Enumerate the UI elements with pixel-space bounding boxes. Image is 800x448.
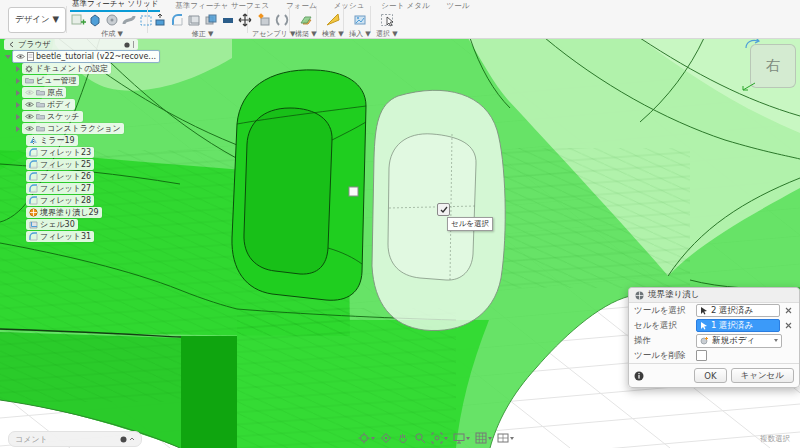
dialog-title: 境界塗り潰し [648, 289, 699, 301]
browser-item-fillet23[interactable]: フィレット23 [26, 147, 138, 158]
cell-select-chip[interactable]: 1 選択済み [696, 319, 780, 332]
viewports-button[interactable] [497, 432, 514, 444]
tab-surface[interactable]: 基準フィーチャ サーフェス [173, 0, 271, 12]
ribbon-tabs: 基準フィーチャ ソリッド 基準フィーチャ サーフェス フォーム メッシュ シート… [70, 0, 471, 12]
browser-filter-icon[interactable] [124, 42, 130, 48]
create-sketch-button[interactable] [70, 12, 86, 28]
orbit-arrow-icon [743, 37, 761, 51]
insert-group-label[interactable]: 挿入 ▼ [349, 29, 371, 39]
new-component-icon [257, 12, 273, 28]
browser-item-fillet25[interactable]: フィレット25 [26, 159, 138, 170]
revolve-button[interactable] [104, 12, 120, 28]
viewports-icon [497, 432, 509, 444]
browser-item-named-views[interactable]: ビュー管理 [16, 75, 138, 86]
browser-item-fillet27[interactable]: フィレット27 [26, 183, 138, 194]
chevron-down-icon [466, 437, 470, 440]
tab-mesh[interactable]: メッシュ [332, 0, 367, 12]
construct-group-label[interactable]: 構築 ▼ [295, 29, 317, 39]
browser-root-row[interactable]: beetle_tutorial (v22~recove... [6, 51, 138, 62]
tool-select-chip[interactable]: 2 選択済み [696, 304, 780, 317]
visibility-eye-icon[interactable] [16, 53, 25, 60]
operation-dropdown[interactable]: 新規ボディ [696, 334, 782, 348]
expand-arrow-icon[interactable] [5, 55, 11, 59]
remove-tools-row: ツールを削除 [629, 348, 799, 363]
measure-button[interactable] [325, 12, 341, 28]
folder-icon [36, 125, 45, 132]
cell-select-row: セルを選択 1 選択済み [629, 318, 799, 333]
info-icon[interactable] [634, 371, 644, 381]
extrude-button[interactable] [87, 12, 103, 28]
look-at-button[interactable] [380, 432, 392, 444]
zoom-button[interactable] [414, 432, 426, 444]
modify-group-label[interactable]: 修正 ▼ [192, 29, 214, 39]
shell-button[interactable] [186, 12, 202, 28]
browser-item-bodies[interactable]: ボディ [16, 99, 138, 110]
measure-icon [325, 12, 341, 28]
browser-item-fillet31[interactable]: フィレット31 [26, 231, 138, 242]
expand-arrow-icon[interactable] [16, 114, 20, 120]
fillet-button[interactable] [169, 12, 185, 28]
create-group-label[interactable]: 作成 ▼ [101, 29, 123, 39]
insert-canvas-button[interactable] [352, 12, 368, 28]
fit-button[interactable] [431, 432, 448, 444]
display-settings-button[interactable] [453, 432, 470, 444]
clear-tool-selection-button[interactable] [782, 305, 794, 316]
move-copy-button[interactable] [237, 12, 253, 28]
expand-arrow-icon[interactable] [16, 66, 20, 72]
construction-plane-button[interactable] [298, 12, 314, 28]
ok-button[interactable]: OK [694, 368, 726, 383]
browser-item-construction[interactable]: コンストラクション [16, 123, 138, 134]
new-component-button[interactable] [257, 12, 273, 28]
browser-item-origin[interactable]: 原点 [16, 87, 138, 98]
sweep-button[interactable] [121, 12, 137, 28]
design-workspace-button[interactable]: デザイン ▼ [8, 7, 66, 33]
browser-resize-handle[interactable] [133, 41, 134, 48]
view-cube[interactable]: 右 [750, 44, 796, 88]
offset-face-button[interactable] [220, 12, 236, 28]
browser-item-boundary-fill29[interactable]: 境界塗り潰し29 [26, 207, 138, 218]
tab-sheetmetal[interactable]: シート メタル [379, 0, 431, 12]
visibility-eye-icon[interactable] [25, 125, 34, 132]
chevron-up-icon[interactable] [129, 436, 135, 442]
wheel-well-solid [232, 70, 366, 300]
browser-item-document-settings[interactable]: ドキュメントの設定 [16, 63, 138, 74]
visibility-eye-icon[interactable] [25, 89, 34, 96]
remove-tools-label: ツールを削除 [634, 350, 696, 362]
operation-row: 操作 新規ボディ [629, 333, 799, 348]
dialog-titlebar[interactable]: 境界塗り潰し [629, 288, 799, 303]
browser-collapse-icon[interactable] [8, 41, 15, 48]
visibility-eye-icon[interactable] [25, 113, 34, 120]
browser-item-fillet26[interactable]: フィレット26 [26, 171, 138, 182]
browser-item-sketches[interactable]: スケッチ [16, 111, 138, 122]
press-pull-button[interactable] [152, 12, 168, 28]
remove-tools-checkbox[interactable] [696, 350, 707, 361]
sweep-icon [121, 12, 137, 28]
select-tool-button[interactable] [379, 12, 395, 28]
tab-tools[interactable]: ツール [445, 0, 472, 12]
pan-button[interactable] [397, 432, 409, 444]
inspect-group-label[interactable]: 検査 ▼ [322, 29, 344, 39]
grid-snaps-button[interactable] [475, 432, 492, 444]
chevron-down-icon [774, 339, 778, 342]
offset-face-icon [220, 12, 236, 28]
clear-cell-selection-button[interactable] [782, 320, 794, 331]
joint-button[interactable] [274, 12, 290, 28]
visibility-eye-icon[interactable] [25, 101, 34, 108]
item-label: ビュー管理 [36, 75, 76, 86]
select-tool-icon [379, 12, 395, 28]
select-group-label[interactable]: 選択 ▼ [376, 29, 398, 39]
combine-button[interactable] [203, 12, 219, 28]
browser-item-mirror19[interactable]: ミラー19 [26, 135, 138, 146]
selection-point-marker [349, 187, 358, 196]
expand-arrow-icon[interactable] [16, 126, 20, 132]
comment-bar[interactable]: コメント [8, 431, 142, 447]
expand-arrow-icon[interactable] [16, 102, 20, 108]
expand-arrow-icon[interactable] [16, 78, 20, 84]
assemble-group-label[interactable]: アセンブリ ▼ [252, 29, 295, 39]
browser-header[interactable]: ブラウザ [4, 39, 138, 50]
expand-arrow-icon[interactable] [16, 90, 20, 96]
orbit-button[interactable] [358, 432, 375, 444]
browser-item-fillet28[interactable]: フィレット28 [26, 195, 138, 206]
cancel-button[interactable]: キャンセル [731, 368, 795, 383]
browser-item-shell30[interactable]: シェル30 [26, 219, 138, 230]
